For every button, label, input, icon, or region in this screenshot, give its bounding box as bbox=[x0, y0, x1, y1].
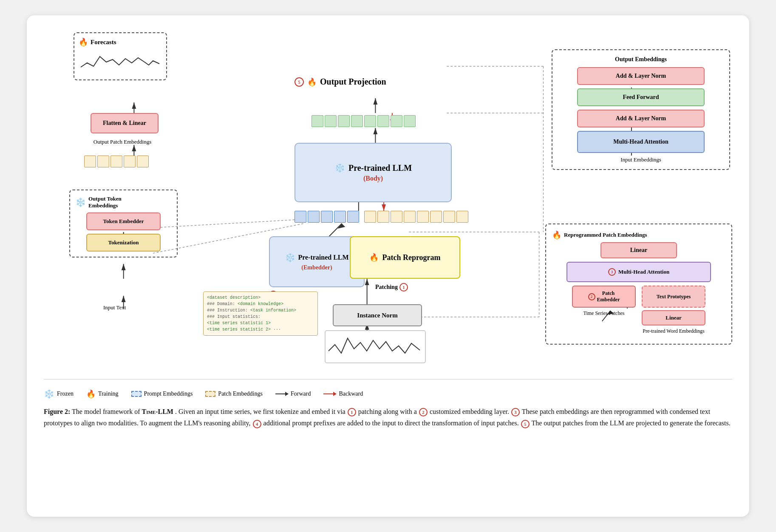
output-projection-header: 5 🔥 Output Projection bbox=[295, 77, 386, 87]
circled-3: 3 bbox=[608, 268, 616, 276]
legend-forward: Forward bbox=[275, 391, 311, 397]
token-cell bbox=[137, 156, 149, 167]
legend-backward: Backward bbox=[323, 391, 363, 397]
token-cell bbox=[97, 156, 109, 167]
multi-head-attn-box: Multi-Head Attention bbox=[577, 131, 705, 153]
caption-num3: 3 bbox=[511, 408, 520, 416]
reprogrammed-title: Reprogrammed Patch Embeddings bbox=[564, 232, 647, 238]
svg-marker-25 bbox=[132, 145, 136, 151]
output-patch-tokens bbox=[84, 156, 149, 167]
legend-patch: Patch Embeddings bbox=[205, 391, 263, 397]
bottom-row: 2 PatchEmbedder Time Series Patches Text… bbox=[552, 286, 725, 334]
backward-arrow-icon bbox=[323, 393, 336, 394]
output-cell bbox=[312, 115, 323, 127]
output-embeddings-title: Output Embeddings bbox=[558, 56, 723, 63]
token-cell-yellow bbox=[404, 211, 416, 223]
svg-marker-9 bbox=[365, 279, 369, 285]
legend-area: ❄️ Frozen 🔥 Training Prompt Embeddings P… bbox=[44, 379, 732, 399]
add-layer-norm-2-box: Add & Layer Norm bbox=[577, 110, 705, 127]
tokenization-label: Tokenization bbox=[108, 239, 139, 246]
token-cell bbox=[124, 156, 136, 167]
svg-line-22 bbox=[329, 224, 342, 236]
forecasts-header: 🔥 Forecasts bbox=[79, 37, 162, 47]
input-text-label: Input Text bbox=[103, 304, 126, 311]
caption-text2: . Given an input time series, we first t… bbox=[175, 408, 347, 415]
caption-text6: additional prompt prefixes are added to … bbox=[263, 419, 521, 427]
forward-arrow-icon bbox=[275, 393, 288, 394]
text-prototypes-col: Text Prototypes Linear Pre-trained Word … bbox=[642, 286, 705, 334]
text-prototypes-box: Text Prototypes bbox=[642, 286, 705, 308]
caption-text1: The model framework of bbox=[72, 408, 142, 415]
llm-embedder-subtitle: (Embedder) bbox=[301, 264, 332, 271]
token-cell bbox=[110, 156, 122, 167]
patch-embedder-label: PatchEmbedder bbox=[597, 290, 620, 303]
prompt-embeddings-label: Prompt Embeddings bbox=[144, 391, 193, 397]
token-cell-yellow bbox=[391, 211, 402, 223]
linear-top-box: Linear bbox=[600, 242, 677, 258]
backward-label: Backward bbox=[339, 391, 363, 397]
code-line-4: ### Input statistics: bbox=[207, 314, 261, 319]
circled-2: 2 bbox=[588, 293, 595, 300]
output-token-label: Output TokenEmbeddings bbox=[88, 195, 122, 209]
diagram-area: 🔥 Forecasts Flatten & Linear Output Patc… bbox=[44, 28, 732, 376]
llm-embedder-title: Pre-trained LLM bbox=[298, 254, 348, 261]
output-cell bbox=[391, 115, 402, 127]
patch-reprogram-label: Patch Reprogram bbox=[382, 253, 440, 262]
caption-text3: patching along with a bbox=[358, 408, 419, 415]
token-cell-blue bbox=[308, 211, 320, 223]
linear-top-label: Linear bbox=[630, 247, 647, 254]
caption-text4: customized embedding layer. bbox=[430, 408, 511, 415]
svg-marker-33 bbox=[122, 296, 126, 302]
patch-embed-box-legend bbox=[205, 391, 215, 397]
code-line-5: <time series statistic 1> bbox=[207, 321, 271, 325]
llm-body-title: Pre-trained LLM bbox=[348, 163, 412, 173]
forward-label: Forward bbox=[291, 391, 311, 397]
output-cell bbox=[338, 115, 350, 127]
patching-text: Patching bbox=[375, 284, 398, 291]
output-token-header: ❄️ Output TokenEmbeddings bbox=[75, 195, 172, 209]
caption: Figure 2: The model framework of Time-LL… bbox=[44, 406, 732, 429]
tokenization-box: Tokenization bbox=[86, 234, 161, 252]
token-cell-yellow bbox=[417, 211, 429, 223]
output-cell bbox=[377, 115, 389, 127]
caption-text7: The output patches from the LLM are proj… bbox=[531, 419, 730, 427]
forecast-waveform bbox=[79, 50, 164, 74]
flatten-linear-box: Flatten & Linear bbox=[91, 113, 159, 133]
patch-reprogram-box: 🔥 Patch Reprogram bbox=[350, 236, 460, 279]
add-layer-norm-1-box: Add & Layer Norm bbox=[577, 67, 705, 85]
flame-icon-forecasts: 🔥 bbox=[79, 37, 88, 47]
instance-norm-label: Instance Norm bbox=[357, 312, 397, 319]
code-line-2: ### Domain: <domain knowledge> bbox=[207, 302, 283, 306]
circled-5: 5 bbox=[295, 77, 304, 87]
token-cell-yellow bbox=[430, 211, 442, 223]
forecasts-panel: 🔥 Forecasts bbox=[74, 32, 167, 80]
caption-num2: 2 bbox=[419, 408, 428, 416]
flame-output: 🔥 bbox=[307, 77, 317, 87]
output-projection-label: Output Projection bbox=[320, 77, 386, 87]
code-ellipsis: ··· bbox=[273, 327, 281, 332]
pretrained-word-label: Pre-trained Word Embeddings bbox=[643, 328, 704, 334]
add-layer-norm-1-label: Add & Layer Norm bbox=[616, 73, 666, 79]
token-cell-yellow bbox=[364, 211, 376, 223]
token-cell-yellow bbox=[377, 211, 389, 223]
token-cell bbox=[84, 156, 96, 167]
token-cell-blue bbox=[295, 211, 306, 223]
svg-marker-23 bbox=[337, 224, 345, 229]
caption-num4: 4 bbox=[253, 420, 261, 428]
flatten-linear-label: Flatten & Linear bbox=[103, 120, 146, 127]
token-embedder-box: Token Embedder bbox=[86, 212, 161, 230]
circled-1: 1 bbox=[399, 283, 408, 291]
multi-head-attn-label: Multi-Head Attention bbox=[613, 139, 668, 145]
reprogrammed-header: 🔥 Reprogrammed Patch Embeddings bbox=[552, 230, 725, 240]
combined-token-row bbox=[295, 211, 468, 223]
output-cell bbox=[364, 115, 376, 127]
code-line-6: <time series statistic 2> bbox=[207, 327, 271, 332]
caption-num1: 1 bbox=[348, 408, 356, 416]
input-embeddings-label: Input Embeddings bbox=[558, 156, 723, 163]
frozen-label: Frozen bbox=[57, 391, 74, 397]
code-block: <dataset description> ### Domain: <domai… bbox=[203, 291, 318, 336]
token-cell-yellow bbox=[456, 211, 468, 223]
snowflake-embedder: ❄️ bbox=[285, 252, 295, 263]
svg-marker-17 bbox=[373, 128, 377, 134]
token-cell-yellow bbox=[443, 211, 455, 223]
